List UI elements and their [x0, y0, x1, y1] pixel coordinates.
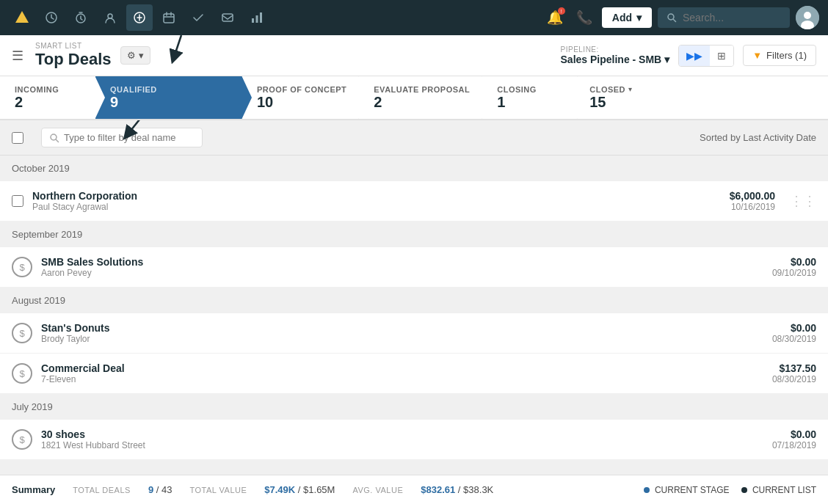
section-july: July 2019 [0, 394, 828, 420]
deal-amount-northern: $6,000.00 [730, 190, 775, 202]
sort-label: Sorted by Last Activity Date [700, 132, 816, 143]
stage-incoming-count: 2 [15, 94, 83, 111]
nav-deals-icon[interactable] [126, 4, 153, 31]
total-deals-value: 9 / 43 [148, 484, 172, 495]
table-row[interactable]: $ Stan's Donuts Brody Taylor $0.00 08/30… [0, 313, 828, 354]
view-list-button[interactable]: ▶▶ [679, 45, 710, 66]
summary-bar: Summary TOTAL DEALS 9 / 43 TOTAL VALUE $… [0, 475, 828, 504]
stage-closed[interactable]: CLOSED ▾ 15 [578, 76, 666, 119]
stage-closed-label: CLOSED [589, 85, 625, 94]
deal-meta-smb: $0.00 09/10/2019 [772, 256, 816, 278]
deal-amount-shoes: $0.00 [772, 428, 816, 440]
svg-point-3 [108, 14, 112, 18]
nav-right-section: 🔔 ! 📞 Add ▾ [543, 6, 819, 29]
deal-date-stans: 08/30/2019 [772, 334, 816, 344]
table-row[interactable]: $ Commercial Deal 7-Eleven $137.50 08/30… [0, 354, 828, 394]
filter-search-icon [49, 133, 59, 143]
drag-handle-northern[interactable]: ⋮⋮ [790, 193, 816, 209]
svg-point-10 [668, 14, 674, 20]
stage-incoming[interactable]: INCOMING 2 [0, 76, 95, 119]
select-all-checkbox[interactable] [12, 132, 23, 144]
total-deals-highlight: 9 [148, 484, 153, 495]
section-october: October 2019 [0, 156, 828, 181]
stage-qualified[interactable]: QUALIFIED 9 [95, 76, 242, 119]
smart-list-label: SMART LIST [35, 42, 112, 50]
stage-closing-label: CLOSING [497, 85, 565, 94]
deal-contact-shoes: 1821 West Hubbard Street [41, 440, 763, 450]
stage-closing[interactable]: CLOSING 1 [482, 76, 578, 119]
deal-checkbox-northern[interactable] [12, 195, 23, 207]
user-avatar[interactable] [796, 6, 819, 29]
svg-rect-6 [222, 14, 233, 21]
svg-rect-8 [256, 15, 258, 23]
stage-evaluate-label: EVALUATE PROPOSAL [374, 85, 470, 94]
legend-current-stage: CURRENT STAGE [644, 485, 730, 495]
pipeline-selector: PIPELINE: Sales Pipeline - SMB ▾ [561, 45, 670, 65]
deal-info-smb: SMB Sales Solutions Aaron Pevey [41, 256, 763, 278]
arrow-annotation-1 [159, 35, 218, 76]
legend-dot-stage [644, 487, 650, 493]
search-input[interactable] [683, 12, 778, 23]
deal-date-shoes: 07/18/2019 [772, 440, 816, 450]
svg-point-12 [804, 12, 811, 19]
stage-poc-label: PROOF OF CONCEPT [257, 85, 346, 94]
search-bar[interactable] [658, 7, 790, 28]
deal-name-smb: SMB Sales Solutions [41, 256, 763, 268]
deal-amount-smb: $0.00 [772, 256, 816, 268]
nav-email-icon[interactable] [214, 4, 241, 31]
add-button[interactable]: Add ▾ [602, 7, 652, 28]
deal-name-northern: Northern Corporation [32, 190, 721, 202]
deal-amount-commercial: $137.50 [772, 362, 816, 374]
deal-info-stans: Stan's Donuts Brody Taylor [41, 322, 763, 344]
nav-timer-icon[interactable] [68, 4, 94, 31]
deal-meta-commercial: $137.50 08/30/2019 [772, 362, 816, 384]
menu-icon[interactable]: ☰ [12, 48, 23, 64]
filters-button[interactable]: ▼ Filters (1) [743, 45, 816, 66]
stage-evaluate[interactable]: EVALUATE PROPOSAL 2 [359, 76, 482, 119]
logo-icon[interactable] [9, 4, 35, 31]
deal-meta-northern: $6,000.00 10/16/2019 [730, 190, 775, 212]
pipeline-select-button[interactable]: Sales Pipeline - SMB ▾ [561, 54, 670, 65]
deal-name-shoes: 30 shoes [41, 428, 763, 440]
deal-contact-stans: Brody Taylor [41, 334, 763, 344]
filter-icon: ▼ [752, 50, 762, 61]
nav-dashboard-icon[interactable] [38, 4, 65, 31]
stage-qualified-count: 9 [110, 94, 230, 111]
stage-incoming-label: INCOMING [15, 85, 83, 94]
page-title: Top Deals [35, 50, 112, 69]
deal-contact-northern: Paul Stacy Agrawal [32, 202, 721, 212]
deal-name-stans: Stan's Donuts [41, 322, 763, 334]
deal-meta-stans: $0.00 08/30/2019 [772, 322, 816, 344]
svg-rect-7 [252, 18, 254, 23]
summary-label: Summary [12, 484, 55, 495]
table-row[interactable]: $ SMB Sales Solutions Aaron Pevey $0.00 … [0, 247, 828, 288]
deal-info-northern: Northern Corporation Paul Stacy Agrawal [32, 190, 721, 212]
pipeline-name: Sales Pipeline - SMB [561, 54, 662, 65]
dropdown-arrow: ▾ [139, 50, 144, 61]
svg-marker-0 [15, 11, 29, 23]
deal-info-commercial: Commercial Deal 7-Eleven [41, 362, 763, 384]
filter-bar: Sorted by Last Activity Date [0, 120, 828, 156]
nav-reports-icon[interactable] [244, 4, 270, 31]
phone-icon[interactable]: 📞 [573, 6, 596, 29]
total-value-label: TOTAL VALUE [189, 486, 247, 494]
deal-icon-stans: $ [12, 323, 32, 343]
stage-closed-count: 15 [589, 94, 654, 111]
deal-info-shoes: 30 shoes 1821 West Hubbard Street [41, 428, 763, 450]
deal-icon-shoes: $ [12, 429, 32, 450]
notifications-icon[interactable]: 🔔 ! [543, 6, 567, 29]
table-row[interactable]: Northern Corporation Paul Stacy Agrawal … [0, 181, 828, 222]
svg-point-14 [51, 134, 57, 140]
nav-contacts-icon[interactable] [97, 4, 123, 31]
table-row[interactable]: $ 30 shoes 1821 West Hubbard Street $0.0… [0, 420, 828, 460]
pipeline-label: PIPELINE: [561, 45, 670, 54]
avg-value-value: $832.61 / $38.3K [421, 484, 493, 495]
settings-button[interactable]: ⚙ ▾ [120, 46, 150, 65]
total-deals-label: TOTAL DEALS [73, 486, 131, 494]
view-grid-button[interactable]: ⊞ [710, 45, 733, 66]
summary-legend: CURRENT STAGE CURRENT LIST [644, 485, 816, 495]
deal-date-northern: 10/16/2019 [730, 202, 775, 212]
pipeline-dropdown-arrow: ▾ [664, 54, 669, 65]
svg-rect-9 [260, 12, 262, 23]
stage-poc[interactable]: PROOF OF CONCEPT 10 [242, 76, 359, 119]
